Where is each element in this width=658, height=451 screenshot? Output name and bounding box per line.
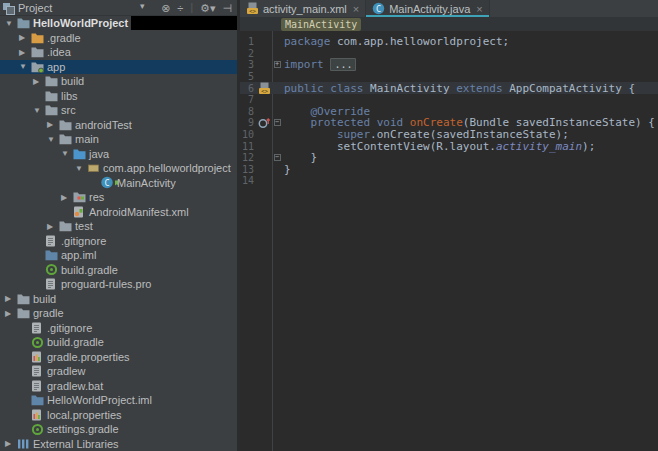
chevron-expanded-icon[interactable]: ▼	[33, 106, 45, 115]
chevron-expanded-icon[interactable]: ▼	[61, 149, 73, 158]
tree-item-androidtest[interactable]: ▶androidTest	[0, 118, 237, 133]
tree-item-label: app	[46, 61, 65, 73]
chevron-collapsed-icon[interactable]: ▶	[61, 193, 73, 202]
tab-activity-main-xml[interactable]: <>activity_main.xml×	[240, 0, 366, 17]
code-line-9[interactable]: 9− protected void onCreate(Bundle savedI…	[240, 117, 658, 129]
tree-item-gradle[interactable]: ▶gradle	[0, 306, 237, 321]
line-number: 10	[240, 129, 256, 140]
code-line-6[interactable]: 6<>public class MainActivity extends App…	[240, 82, 658, 94]
code-line-1[interactable]: 1package com.app.helloworldproject;	[240, 36, 658, 48]
svg-text:<>: <>	[261, 87, 268, 93]
tree-item-label: build	[60, 75, 84, 87]
hide-panel-icon[interactable]: ⊣	[222, 0, 232, 16]
tree-item-helloworldproject-iml[interactable]: HelloWorldProject.iml	[0, 393, 237, 408]
tree-item-label: androidTest	[74, 119, 132, 131]
tree-item-gitignore[interactable]: .gitignore	[0, 321, 237, 336]
folder-icon	[31, 46, 46, 58]
code-editor[interactable]: 1package com.app.helloworldproject;23+im…	[240, 31, 658, 451]
text-file-icon	[31, 322, 46, 334]
collapse-all-icon[interactable]: ÷	[177, 0, 183, 16]
breadcrumb-mainactivity[interactable]: MainActivity	[281, 18, 361, 31]
layout-file-gutter-icon[interactable]: <>	[256, 82, 272, 95]
tree-item-main[interactable]: ▼main	[0, 132, 237, 147]
tree-item-label: gradlew.bat	[46, 380, 103, 392]
line-number: 12	[240, 152, 256, 163]
tree-item-settings-gradle[interactable]: settings.gradle	[0, 422, 237, 437]
tree-item-app-iml[interactable]: app.iml	[0, 248, 237, 263]
tree-item-app[interactable]: ▼app	[0, 60, 237, 75]
tree-item-label: local.properties	[46, 409, 122, 421]
tree-item-label: java	[88, 148, 109, 160]
chevron-collapsed-icon[interactable]: ▶	[5, 439, 17, 448]
settings-gear-icon[interactable]: ⚙▾	[200, 0, 215, 16]
fold-plus-icon[interactable]: +	[272, 61, 282, 68]
tree-item-label: gradle	[32, 307, 64, 319]
code-line-3[interactable]: 3+import ...	[240, 59, 658, 71]
code-line-8[interactable]: 8 @Override	[240, 106, 658, 118]
fold-minus-icon[interactable]: −	[272, 119, 282, 126]
chevron-down-icon[interactable]: ▾	[140, 1, 145, 11]
code-line-5[interactable]: 5	[240, 71, 658, 83]
chevron-collapsed-icon[interactable]: ▶	[33, 77, 45, 86]
chevron-collapsed-icon[interactable]: ▶	[19, 48, 31, 57]
tree-item-res[interactable]: ▶res	[0, 190, 237, 205]
tree-item-gradle[interactable]: ▶.gradle	[0, 31, 237, 46]
tree-item-libs[interactable]: libs	[0, 89, 237, 104]
android-studio-window: Project ▾ ⊗÷|⚙▾⊣ ▼HelloWorldProject▶.gra…	[0, 0, 658, 451]
tab-mainactivity-java[interactable]: CMainActivity.java×	[366, 0, 490, 17]
chevron-collapsed-icon[interactable]: ▶	[5, 309, 17, 318]
code-line-10[interactable]: 10 super.onCreate(savedInstanceState);	[240, 129, 658, 141]
chevron-expanded-icon[interactable]: ▼	[19, 62, 31, 71]
code-line-11[interactable]: 11 setContentView(R.layout.activity_main…	[240, 140, 658, 152]
tree-item-local-properties[interactable]: local.properties	[0, 408, 237, 423]
tree-item-mainactivity[interactable]: CMainActivity	[0, 176, 237, 191]
line-number: 2	[240, 48, 256, 59]
locate-icon[interactable]: ⊗	[161, 0, 170, 16]
tree-item-build[interactable]: ▶build	[0, 292, 237, 307]
project-folder-icon	[17, 17, 32, 29]
tree-item-java[interactable]: ▼java	[0, 147, 237, 162]
chevron-collapsed-icon[interactable]: ▶	[19, 33, 31, 42]
tree-item-build-gradle[interactable]: build.gradle	[0, 335, 237, 350]
tree-item-proguard-rules-pro[interactable]: proguard-rules.pro	[0, 277, 237, 292]
tree-item-test[interactable]: ▶test	[0, 219, 237, 234]
chevron-expanded-icon[interactable]: ▼	[5, 19, 17, 28]
code-line-2[interactable]: 2	[240, 48, 658, 60]
tree-item-label: build.gradle	[60, 264, 118, 276]
chevron-collapsed-icon[interactable]: ▶	[5, 294, 17, 303]
project-panel-header: Project ▾ ⊗÷|⚙▾⊣	[0, 0, 237, 16]
tree-item-idea[interactable]: ▶.idea	[0, 45, 237, 60]
tree-item-gitignore[interactable]: .gitignore	[0, 234, 237, 249]
fold-minus-icon[interactable]: −	[272, 154, 282, 161]
tree-item-gradlew-bat[interactable]: gradlew.bat	[0, 379, 237, 394]
tree-item-label: .gitignore	[46, 322, 92, 334]
redacted-path	[131, 16, 237, 30]
code-line-7[interactable]: 7	[240, 94, 658, 106]
overriding-method-gutter-icon[interactable]	[256, 117, 272, 129]
tree-item-build[interactable]: ▶build	[0, 74, 237, 89]
chevron-expanded-icon[interactable]: ▼	[75, 164, 87, 173]
tree-item-external-libraries[interactable]: ▶External Libraries	[0, 437, 237, 451]
chevron-expanded-icon[interactable]: ▼	[47, 135, 59, 144]
code-line-14[interactable]: 14	[240, 175, 658, 187]
tree-item-com-app-helloworldproject[interactable]: ▼com.app.helloworldproject	[0, 161, 237, 176]
tree-item-gradlew[interactable]: gradlew	[0, 364, 237, 379]
tree-item-label: MainActivity	[116, 177, 176, 189]
class-c-icon: C	[372, 2, 385, 15]
close-icon[interactable]: ×	[476, 3, 482, 15]
line-number: 9	[240, 117, 256, 128]
tree-item-helloworldproject[interactable]: ▼HelloWorldProject	[0, 16, 237, 31]
chevron-collapsed-icon[interactable]: ▶	[47, 222, 59, 231]
code-line-13[interactable]: 13}	[240, 164, 658, 176]
close-icon[interactable]: ×	[353, 3, 359, 15]
project-panel-actions: ⊗÷|⚙▾⊣	[161, 0, 232, 16]
chevron-collapsed-icon[interactable]: ▶	[47, 120, 59, 129]
tree-item-build-gradle[interactable]: build.gradle	[0, 263, 237, 278]
tree-item-label: src	[60, 104, 76, 116]
tree-item-src[interactable]: ▼src	[0, 103, 237, 118]
tree-item-androidmanifest-xml[interactable]: AndroidManifest.xml	[0, 205, 237, 220]
code-text: setContentView(R.layout.activity_main);	[282, 140, 595, 153]
tree-item-gradle-properties[interactable]: gradle.properties	[0, 350, 237, 365]
code-line-12[interactable]: 12− }	[240, 152, 658, 164]
tree-item-label: proguard-rules.pro	[60, 278, 152, 290]
